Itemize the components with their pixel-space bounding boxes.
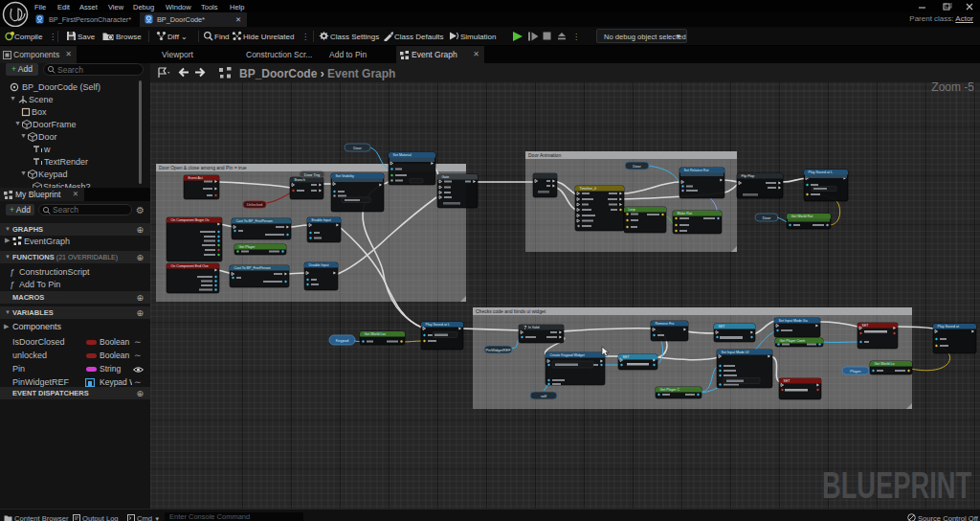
svg-text:Checks code and binds ui widge: Checks code and binds ui widget <box>476 308 546 314</box>
svg-text:Door Open & close among and Pi: Door Open & close among and Pin = true <box>159 165 247 170</box>
svg-text:Play Sound at L: Play Sound at L <box>426 323 450 327</box>
svg-text:Door: Door <box>633 164 641 169</box>
svg-text:self: self <box>541 394 547 398</box>
svg-text:Set Material: Set Material <box>393 153 412 157</box>
svg-text:Get World Rot: Get World Rot <box>791 215 813 218</box>
svg-text:Set Visibility: Set Visibility <box>336 174 355 178</box>
svg-text:Unlocked: Unlocked <box>247 202 263 207</box>
svg-text:Get World Lo: Get World Lo <box>875 362 895 366</box>
svg-text:Play Sound at L: Play Sound at L <box>809 170 833 174</box>
svg-text:Get Player Contr: Get Player Contr <box>780 339 807 343</box>
svg-text:Enable Input: Enable Input <box>312 218 331 222</box>
svg-text:Get Player: Get Player <box>239 245 256 249</box>
svg-text:PinWidgetREF: PinWidgetREF <box>485 348 511 352</box>
svg-text:Branch: Branch <box>295 178 305 182</box>
svg-text:Door Animation: Door Animation <box>528 152 561 158</box>
svg-text:Set Relative Rot: Set Relative Rot <box>684 169 709 172</box>
svg-text:Gate: Gate <box>442 175 450 179</box>
svg-text:SET: SET <box>719 325 726 328</box>
svg-text:Door: Door <box>763 215 771 220</box>
svg-text:Door Trig: Door Trig <box>304 172 320 177</box>
svg-text:Lerp: Lerp <box>629 208 635 212</box>
svg-text:Play Sound at: Play Sound at <box>938 325 959 328</box>
svg-text:Cast To BP_FirstPerson: Cast To BP_FirstPerson <box>236 219 273 223</box>
svg-text:Create Keypad Widget: Create Keypad Widget <box>550 353 585 357</box>
svg-text:Event Act: Event Act <box>189 176 203 180</box>
svg-text:Make Rot: Make Rot <box>678 212 692 215</box>
svg-text:SET: SET <box>784 379 791 383</box>
svg-text:Remove Fro: Remove Fro <box>656 322 675 326</box>
svg-text:SET: SET <box>862 324 870 328</box>
svg-text:Get World Loc: Get World Loc <box>365 332 387 336</box>
svg-text:Set Input Mode UI: Set Input Mode UI <box>722 351 749 354</box>
svg-text:Keypad: Keypad <box>336 338 349 343</box>
svg-text:Player: Player <box>850 369 861 374</box>
svg-text:❔ Is Valid: ❔ Is Valid <box>523 325 540 329</box>
svg-text:Get Player C: Get Player C <box>660 388 680 392</box>
svg-text:Flip Flop: Flip Flop <box>742 174 755 178</box>
svg-text:Set Input Mode Ga: Set Input Mode Ga <box>779 319 808 323</box>
svg-text:Cast To BP_FirstPerson: Cast To BP_FirstPerson <box>234 266 271 270</box>
svg-text:Disable Input: Disable Input <box>309 263 329 267</box>
svg-text:Timeline_0: Timeline_0 <box>580 187 596 191</box>
svg-text:On Component End Ove: On Component End Ove <box>171 264 209 268</box>
svg-text:Door: Door <box>353 146 362 150</box>
svg-text:SET: SET <box>623 355 631 359</box>
svg-text:On Component Begin Ov: On Component Begin Ov <box>171 218 210 222</box>
